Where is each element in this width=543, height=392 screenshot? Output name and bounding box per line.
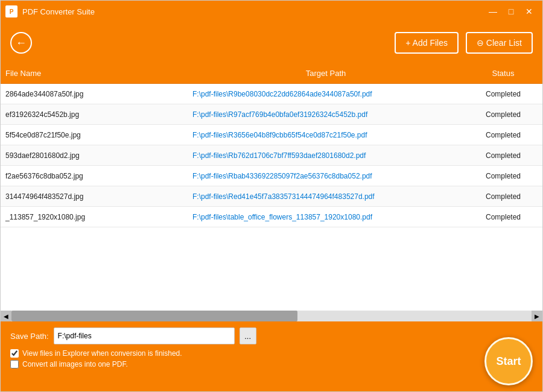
table-row: 5f54ce0d87c21f50e.jpgF:\pdf-files\R3656e… <box>1 125 542 145</box>
column-header-targetpath: Target Path <box>188 69 464 78</box>
cell-status: Completed <box>464 131 542 139</box>
footer: Save Path: ... View files in Explorer wh… <box>1 321 542 391</box>
footer-bottom-row: View files in Explorer when conversion i… <box>10 349 533 385</box>
cell-status: Completed <box>464 90 542 98</box>
cell-targetpath: F:\pdf-files\Rbab433692285097f2ae56376c8… <box>188 172 464 180</box>
cell-filename: 593daef2801680d2.jpg <box>1 151 188 160</box>
scrollbar-thumb[interactable] <box>11 311 297 321</box>
add-files-button[interactable]: + Add Files <box>395 32 459 54</box>
cell-filename: 314474964f483527d.jpg <box>1 192 188 201</box>
start-button[interactable]: Start <box>484 337 533 385</box>
cell-targetpath: F:\pdf-files\Red41e45f7a383573144474964f… <box>188 192 464 201</box>
column-header-filename: File Name <box>1 69 188 78</box>
table-row: 314474964f483527d.jpgF:\pdf-files\Red41e… <box>1 186 542 207</box>
cell-targetpath: F:\pdf-files\R97acf769b4e0bfa0ef31926324… <box>188 110 464 119</box>
minimize-button[interactable]: — <box>484 4 501 19</box>
app-title: PDF Converter Suite <box>22 7 95 16</box>
table-row: 593daef2801680d2.jpgF:\pdf-files\Rb762d1… <box>1 145 542 166</box>
cell-status: Completed <box>464 151 542 160</box>
table-header: File Name Target Path Status <box>1 63 542 84</box>
cell-status: Completed <box>464 110 542 119</box>
browse-button[interactable]: ... <box>240 327 256 344</box>
cell-filename: 2864ade344087a50f.jpg <box>1 90 188 98</box>
save-path-input[interactable] <box>54 327 235 344</box>
view-explorer-label: View files in Explorer when conversion i… <box>22 349 182 358</box>
title-bar-left: P PDF Converter Suite <box>5 5 95 17</box>
clear-list-button[interactable]: ⊖ Clear List <box>466 32 533 54</box>
maximize-button[interactable]: □ <box>503 4 519 19</box>
cell-targetpath: F:\pdf-files\Rb762d1706c7bf7ff593daef280… <box>188 151 464 160</box>
save-path-row: Save Path: ... <box>10 327 533 344</box>
close-button[interactable]: ✕ <box>521 4 538 19</box>
cell-status: Completed <box>464 172 542 180</box>
toolbar: ← + Add Files ⊖ Clear List <box>1 22 542 63</box>
title-bar: P PDF Converter Suite — □ ✕ <box>1 1 542 22</box>
scroll-left-arrow[interactable]: ◀ <box>1 311 11 321</box>
horizontal-scrollbar[interactable]: ◀ ▶ <box>1 311 542 321</box>
cell-filename: 5f54ce0d87c21f50e.jpg <box>1 131 188 139</box>
table-row: _113857_1920x1080.jpgF:\pdf-files\table_… <box>1 207 542 227</box>
view-explorer-checkbox[interactable] <box>10 349 19 358</box>
app-icon: P <box>5 5 17 17</box>
column-header-status: Status <box>464 69 542 78</box>
checkboxes-container: View files in Explorer when conversion i… <box>10 349 182 368</box>
cell-targetpath: F:\pdf-files\R3656e04b8f9cbb65f54ce0d87c… <box>188 131 464 139</box>
table-row: ef31926324c5452b.jpgF:\pdf-files\R97acf7… <box>1 104 542 125</box>
table-row: f2ae56376c8dba052.jpgF:\pdf-files\Rbab43… <box>1 166 542 186</box>
cell-targetpath: F:\pdf-files\table_office_flowers_113857… <box>188 213 464 221</box>
cell-filename: f2ae56376c8dba052.jpg <box>1 172 188 180</box>
checkbox-row-2: Convert all images into one PDF. <box>10 360 182 368</box>
scroll-right-arrow[interactable]: ▶ <box>532 311 542 321</box>
cell-status: Completed <box>464 213 542 221</box>
scrollbar-track[interactable] <box>11 311 532 321</box>
window-controls: — □ ✕ <box>484 4 538 19</box>
main-window: P PDF Converter Suite — □ ✕ ← + Add File… <box>0 0 543 392</box>
combine-pdf-label: Convert all images into one PDF. <box>22 360 128 368</box>
combine-pdf-checkbox[interactable] <box>10 360 19 368</box>
save-path-label: Save Path: <box>10 332 49 341</box>
cell-status: Completed <box>464 192 542 201</box>
table-row: 2864ade344087a50f.jpgF:\pdf-files\R9be08… <box>1 84 542 104</box>
checkbox-row-1: View files in Explorer when conversion i… <box>10 349 182 358</box>
table-body: 2864ade344087a50f.jpgF:\pdf-files\R9be08… <box>1 84 542 311</box>
cell-filename: _113857_1920x1080.jpg <box>1 213 188 221</box>
back-button[interactable]: ← <box>10 32 32 54</box>
cell-filename: ef31926324c5452b.jpg <box>1 110 188 119</box>
cell-targetpath: F:\pdf-files\R9be08030dc22dd62864ade3440… <box>188 90 464 98</box>
